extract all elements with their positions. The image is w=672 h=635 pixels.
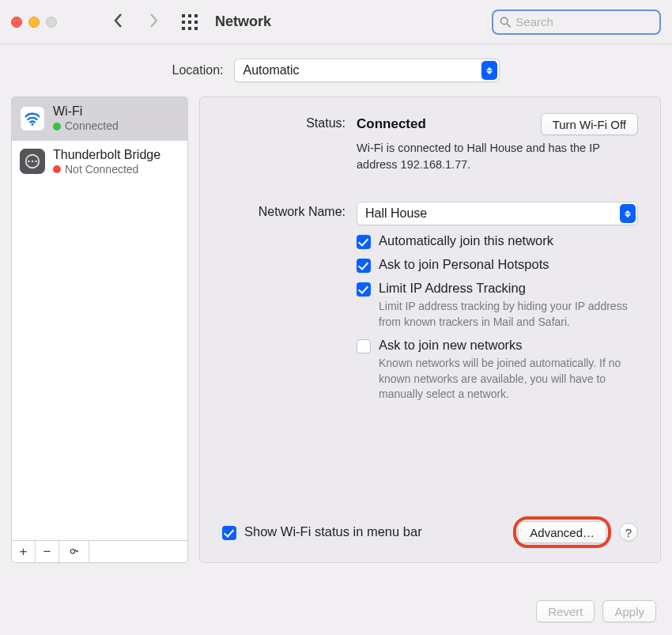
advanced-button[interactable]: Advanced… (518, 521, 606, 543)
close-window[interactable] (11, 17, 22, 28)
advanced-highlight: Advanced… (513, 516, 611, 548)
svg-point-11 (32, 123, 34, 126)
back-button[interactable] (112, 13, 125, 31)
service-sidebar: Wi-Fi Connected Thunderbolt Bridge Not C… (11, 96, 188, 563)
checkbox-auto-join[interactable]: Automatically join this network (357, 233, 638, 249)
svg-rect-6 (182, 27, 185, 30)
checkbox-limit-ip[interactable]: Limit IP Address Tracking Limit IP addre… (357, 281, 638, 330)
show-all-icon[interactable] (182, 14, 198, 30)
svg-point-15 (35, 161, 37, 163)
svg-line-10 (507, 24, 510, 27)
status-detail-text: Wi-Fi is connected to Hall House and has… (357, 140, 610, 173)
detail-footer: Show Wi-Fi status in menu bar Advanced… … (222, 516, 638, 548)
svg-rect-4 (188, 21, 191, 24)
help-button[interactable]: ? (619, 523, 638, 542)
location-value: Automatic (243, 63, 299, 77)
checkbox-icon (357, 282, 371, 297)
limit-ip-help: Limit IP address tracking by hiding your… (379, 299, 638, 330)
svg-rect-2 (194, 14, 198, 17)
checkbox-icon (357, 259, 371, 273)
svg-rect-7 (188, 27, 191, 30)
location-row: Location: Automatic (0, 44, 672, 96)
status-dot-icon (53, 123, 61, 130)
svg-point-14 (32, 161, 34, 163)
service-status: Connected (53, 119, 119, 134)
svg-point-16 (70, 549, 74, 553)
thunderbolt-bridge-icon (20, 149, 45, 174)
checkbox-icon (357, 339, 371, 353)
checkbox-icon (357, 235, 371, 249)
window-controls (11, 17, 57, 28)
select-knob-icon (620, 204, 636, 223)
select-knob-icon (481, 61, 497, 80)
wifi-toggle-button[interactable]: Turn Wi-Fi Off (541, 113, 638, 135)
page-footer: Revert Apply (536, 600, 656, 622)
status-dot-icon (53, 165, 61, 173)
status-label: Status: (222, 113, 357, 173)
service-item-wifi[interactable]: Wi-Fi Connected (12, 97, 187, 141)
search-icon (500, 16, 511, 28)
nav-arrows (112, 13, 160, 31)
network-name-label: Network Name: (222, 202, 357, 403)
search-field[interactable] (492, 9, 661, 35)
status-value: Connected (357, 116, 426, 132)
svg-point-9 (500, 17, 508, 25)
add-service-button[interactable]: + (12, 541, 36, 562)
forward-button (147, 13, 160, 31)
window-title: Network (215, 13, 271, 30)
search-input[interactable] (515, 15, 653, 28)
network-name-value: Hall House (365, 206, 427, 221)
checkbox-ask-new-networks[interactable]: Ask to join new networks Known networks … (357, 338, 638, 403)
wifi-icon (20, 106, 45, 131)
checkbox-show-menubar[interactable]: Show Wi-Fi status in menu bar (222, 524, 422, 540)
remove-service-button[interactable]: − (36, 541, 59, 562)
titlebar: Network (0, 0, 672, 44)
location-label: Location: (172, 63, 224, 77)
apply-button[interactable]: Apply (602, 600, 656, 622)
service-item-thunderbolt[interactable]: Thunderbolt Bridge Not Connected (12, 141, 187, 184)
svg-rect-5 (194, 21, 198, 24)
network-name-select[interactable]: Hall House (357, 202, 638, 225)
revert-button[interactable]: Revert (536, 600, 595, 622)
service-actions-button[interactable] (59, 541, 89, 562)
service-status: Not Connected (53, 163, 160, 177)
location-select[interactable]: Automatic (234, 59, 500, 82)
checkbox-ask-hotspots[interactable]: Ask to join Personal Hotspots (357, 257, 638, 273)
service-list: Wi-Fi Connected Thunderbolt Bridge Not C… (11, 96, 188, 541)
detail-pane: Status: Connected Turn Wi-Fi Off Wi-Fi i… (199, 96, 661, 563)
checkbox-icon (222, 526, 236, 540)
service-name: Thunderbolt Bridge (53, 147, 160, 163)
svg-rect-8 (194, 27, 198, 30)
svg-point-13 (28, 161, 30, 163)
svg-rect-3 (182, 21, 185, 24)
ask-new-help: Known networks will be joined automatica… (379, 356, 638, 403)
service-name: Wi-Fi (53, 104, 119, 119)
fullscreen-window (46, 17, 57, 28)
svg-rect-1 (188, 14, 191, 17)
minimize-window[interactable] (28, 17, 40, 28)
svg-rect-0 (182, 14, 185, 17)
service-toolbar: + − (11, 541, 188, 563)
